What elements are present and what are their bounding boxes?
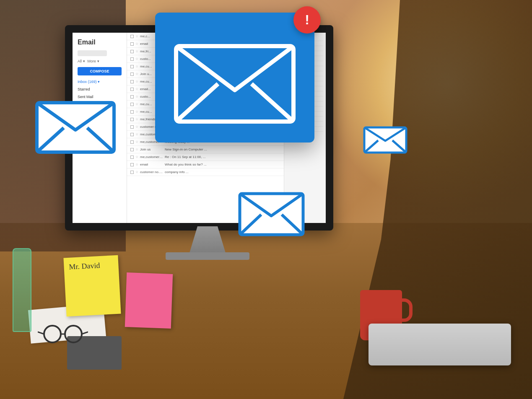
keyboard bbox=[369, 324, 511, 365]
small-envelope-left bbox=[34, 92, 117, 155]
email-filters: All ▾ More ▾ bbox=[73, 58, 127, 65]
small-envelope-right bbox=[362, 122, 408, 155]
monitor-base bbox=[166, 252, 249, 260]
small-envelope-mid-icon bbox=[237, 184, 306, 239]
large-envelope: ! bbox=[155, 13, 314, 142]
email-row[interactable]: ☆Join usNew Sign-in on Computer ... bbox=[127, 146, 284, 153]
sidebar-item-inbox[interactable]: Inbox (169) ▾ bbox=[73, 78, 127, 86]
email-search-bar[interactable] bbox=[78, 50, 107, 56]
large-envelope-icon bbox=[172, 29, 298, 126]
glasses bbox=[38, 324, 88, 345]
sticky-note-pink bbox=[125, 272, 173, 329]
svg-line-16 bbox=[82, 332, 88, 334]
water-bottle bbox=[13, 248, 31, 332]
email-row[interactable]: ☆emailWhat do you think so far? ... bbox=[127, 161, 284, 168]
svg-line-15 bbox=[38, 332, 44, 334]
small-envelope-left-icon bbox=[34, 92, 117, 155]
small-envelope-mid bbox=[237, 184, 306, 239]
sticky-yellow-text: Mr. David bbox=[69, 261, 100, 271]
filter-more[interactable]: More ▾ bbox=[88, 59, 99, 63]
sticky-note-yellow: Mr. David bbox=[63, 255, 121, 317]
email-row[interactable]: ☆me,customer (1)Re : On 11 Sep at 11:00,… bbox=[127, 153, 284, 161]
svg-point-13 bbox=[65, 326, 82, 342]
svg-point-12 bbox=[44, 326, 61, 342]
notification-icon: ! bbox=[305, 12, 309, 28]
on-label: On bbox=[172, 155, 176, 159]
svg-line-1 bbox=[176, 84, 218, 122]
svg-line-2 bbox=[252, 84, 293, 122]
small-envelope-right-icon bbox=[362, 122, 408, 155]
compose-button[interactable]: COMPOSE bbox=[78, 67, 122, 75]
email-title: Email bbox=[73, 36, 127, 49]
filter-all[interactable]: All ▾ bbox=[78, 59, 85, 63]
notification-badge: ! bbox=[293, 6, 321, 34]
email-row[interactable]: ☆customer no.celcompany info ... bbox=[127, 168, 284, 176]
